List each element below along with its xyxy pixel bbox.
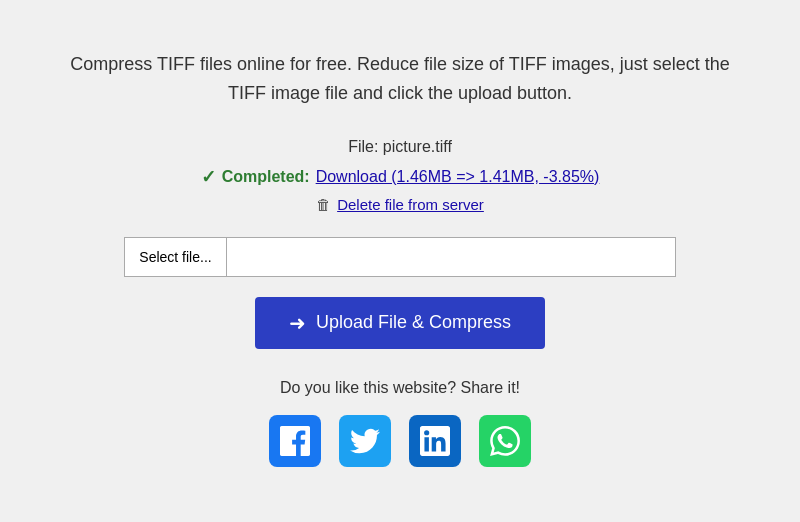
delete-link[interactable]: Delete file from server — [337, 196, 484, 213]
delete-row: 🗑 Delete file from server — [60, 196, 740, 213]
facebook-share-button[interactable] — [269, 415, 321, 467]
main-container: Compress TIFF files online for free. Red… — [20, 20, 780, 487]
upload-compress-button[interactable]: ➜ Upload File & Compress — [255, 297, 545, 349]
select-file-button[interactable]: Select file... — [124, 237, 225, 277]
download-link[interactable]: Download (1.46MB => 1.41MB, -3.85%) — [316, 168, 600, 186]
linkedin-share-button[interactable] — [409, 415, 461, 467]
twitter-share-button[interactable] — [339, 415, 391, 467]
file-info: File: picture.tiff — [60, 138, 740, 156]
whatsapp-share-button[interactable] — [479, 415, 531, 467]
arrow-icon: ➜ — [289, 311, 306, 335]
completed-label: Completed: — [222, 168, 310, 186]
checkmark-icon: ✓ — [201, 166, 216, 188]
social-icons-row — [60, 415, 740, 467]
file-input-row: Select file... — [60, 237, 740, 277]
upload-btn-label: Upload File & Compress — [316, 312, 511, 333]
description-text: Compress TIFF files online for free. Red… — [60, 50, 740, 108]
completed-row: ✓ Completed: Download (1.46MB => 1.41MB,… — [60, 166, 740, 188]
trash-icon: 🗑 — [316, 196, 331, 213]
share-text: Do you like this website? Share it! — [60, 379, 740, 397]
file-name-input[interactable] — [226, 237, 676, 277]
